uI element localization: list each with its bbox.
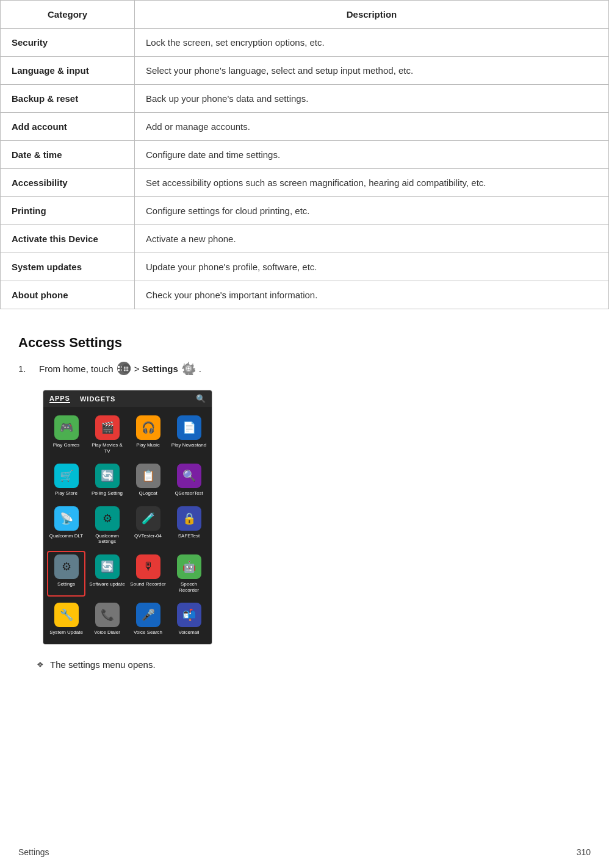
app-icon: 📬 <box>177 603 201 627</box>
footer-left: Settings <box>18 847 49 857</box>
app-label: Speech Recorder <box>171 581 207 593</box>
step-text: From home, touch > Settings <box>39 362 201 375</box>
apps-icon <box>117 362 131 375</box>
app-item[interactable]: 📄Play Newsstand <box>170 412 208 457</box>
app-label: Play Games <box>53 442 80 448</box>
app-icon: 📡 <box>54 506 79 531</box>
svg-point-3 <box>127 367 128 368</box>
app-icon: 📞 <box>95 603 120 627</box>
table-header-description: Description <box>135 1 609 29</box>
footer-right: 310 <box>577 847 591 857</box>
bullet-diamond-icon: ❖ <box>37 660 44 669</box>
table-cell-category: System updates <box>1 253 135 281</box>
widgets-tab[interactable]: WIDGETS <box>80 395 115 403</box>
app-icon: 🎧 <box>136 415 160 440</box>
app-icon: ⚙ <box>95 506 120 531</box>
app-item[interactable]: 🎮Play Games <box>47 412 85 457</box>
table-cell-category: Language & input <box>1 57 135 85</box>
table-cell-category: Accessibility <box>1 169 135 197</box>
svg-rect-13 <box>188 373 189 375</box>
table-cell-description: Configure date and time settings. <box>135 141 609 169</box>
svg-rect-15 <box>193 368 195 369</box>
app-label: Play Movies & TV <box>89 442 125 454</box>
step-number: 1. <box>18 364 35 374</box>
app-label: Voicemail <box>178 629 199 636</box>
app-item[interactable]: 🔄Software update <box>88 551 126 597</box>
app-icon: 🎬 <box>95 415 120 440</box>
app-item[interactable]: ⚙Qualcomm Settings <box>88 503 126 548</box>
app-item[interactable]: 🎬Play Movies & TV <box>88 412 126 457</box>
table-cell-description: Back up your phone's data and settings. <box>135 85 609 113</box>
phone-search-icon[interactable]: 🔍 <box>196 394 206 403</box>
table-cell-description: Select your phone's language, select and… <box>135 57 609 85</box>
gear-icon <box>182 362 195 375</box>
app-icon: 🎙 <box>136 554 160 579</box>
bullet-note: ❖ The settings menu opens. <box>37 659 591 670</box>
table-cell-category: Add account <box>1 113 135 141</box>
table-cell-category: Date & time <box>1 141 135 169</box>
app-label: System Update <box>49 629 83 636</box>
svg-point-6 <box>127 368 128 370</box>
app-label: Voice Search <box>134 629 162 636</box>
table-cell-category: Security <box>1 29 135 57</box>
apps-tab[interactable]: APPS <box>49 395 70 403</box>
app-icon: 🔧 <box>54 603 79 627</box>
app-label: Play Music <box>136 442 160 448</box>
table-cell-category: Backup & reset <box>1 85 135 113</box>
app-item[interactable]: 🎧Play Music <box>129 412 167 457</box>
access-section: Access Settings 1. From home, touch <box>0 329 609 682</box>
app-item[interactable]: 📬Voicemail <box>170 599 208 639</box>
app-icon: 🔄 <box>95 464 120 488</box>
table-row: About phoneCheck your phone's important … <box>1 281 609 309</box>
app-item[interactable]: 🔒SAFETest <box>170 503 208 548</box>
table-cell-description: Add or manage accounts. <box>135 113 609 141</box>
phone-header: APPS WIDGETS 🔍 <box>43 390 212 407</box>
table-cell-category: Activate this Device <box>1 225 135 253</box>
app-item[interactable]: 🔍QSensorTest <box>170 460 208 500</box>
table-row: Activate this DeviceActivate a new phone… <box>1 225 609 253</box>
app-item[interactable]: 🧪QVTester-04 <box>129 503 167 548</box>
app-item[interactable]: 📡Qualcomm DLT <box>47 503 85 548</box>
svg-point-8 <box>125 370 126 371</box>
app-item[interactable]: 🎤Voice Search <box>129 599 167 639</box>
app-item[interactable]: ⚙Settings <box>47 551 85 597</box>
step-period: . <box>199 364 201 374</box>
app-icon: ⚙ <box>54 554 79 579</box>
svg-point-2 <box>125 367 126 368</box>
app-item[interactable]: 🎙Sound Recorder <box>129 551 167 597</box>
app-item[interactable]: 🔧System Update <box>47 599 85 639</box>
app-label: QSensorTest <box>175 490 203 497</box>
table-row: Date & timeConfigure date and time setti… <box>1 141 609 169</box>
app-label: Qualcomm DLT <box>49 533 83 539</box>
access-step: 1. From home, touch > Settings <box>18 362 591 375</box>
svg-rect-12 <box>188 362 189 364</box>
app-label: SAFETest <box>178 533 200 539</box>
settings-table: Category Description SecurityLock the sc… <box>0 0 609 309</box>
app-item[interactable]: 🛒Play Store <box>47 460 85 500</box>
app-icon: 🎤 <box>136 603 160 627</box>
svg-point-4 <box>123 368 124 370</box>
app-item[interactable]: 📞Voice Dialer <box>88 599 126 639</box>
table-cell-category: Printing <box>1 197 135 225</box>
table-cell-description: Activate a new phone. <box>135 225 609 253</box>
app-icon: 📄 <box>177 415 201 440</box>
table-row: SecurityLock the screen, set encryption … <box>1 29 609 57</box>
app-item[interactable]: 📋QLogcat <box>129 460 167 500</box>
app-label: Voice Dialer <box>94 629 120 636</box>
table-row: System updatesUpdate your phone's profil… <box>1 253 609 281</box>
step-middle: > Settings <box>134 364 178 374</box>
svg-point-5 <box>125 368 126 370</box>
app-label: Play Store <box>55 490 77 497</box>
table-row: Add accountAdd or manage accounts. <box>1 113 609 141</box>
app-item[interactable]: 🔄Polling Setting <box>88 460 126 500</box>
app-icon: 🛒 <box>54 464 79 488</box>
app-label: Play Newsstand <box>171 442 206 448</box>
app-icon: 🔄 <box>95 554 120 579</box>
app-label: Software update <box>89 581 124 587</box>
phone-screenshot: APPS WIDGETS 🔍 🎮Play Games🎬Play Movies &… <box>43 390 212 645</box>
table-cell-description: Update your phone's profile, software, e… <box>135 253 609 281</box>
table-header-category: Category <box>1 1 135 29</box>
app-label: QVTester-04 <box>134 533 162 539</box>
app-item[interactable]: 🤖Speech Recorder <box>170 551 208 597</box>
table-cell-description: Check your phone's important information… <box>135 281 609 309</box>
